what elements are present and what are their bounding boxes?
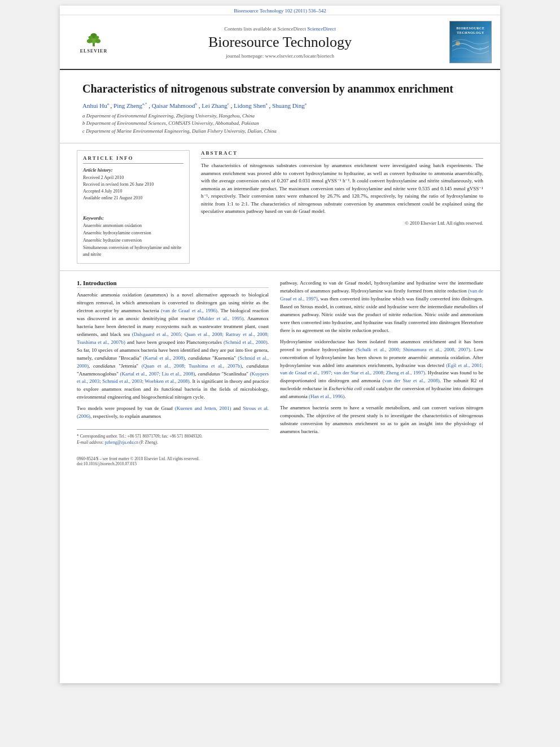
journal-homepage: journal homepage: www.elsevier.com/locat… [119,53,441,59]
svg-point-2 [87,39,92,43]
cite-mulder1995: (Mulder et al., 1995) [198,316,244,321]
article-header: Characteristics of nitrogenous substrate… [60,70,500,143]
cite-schmid2000: (Schmid et al., 2000) [224,339,268,345]
cite-quan2008: (Quan et al., 2008; Tsushima et al., 200… [142,363,242,369]
article-title: Characteristics of nitrogenous substrate… [82,81,478,96]
svg-point-6 [95,36,99,39]
elsevier-label: ELSEVIER [80,49,107,54]
cite-han1996: (Han et al., 1996) [309,394,344,399]
cite-kuenen2001: (Kuenen and Jetten, 2001) [175,405,231,411]
journal-title-area: Contents lists available at ScienceDirec… [119,26,441,59]
affiliation-c: c Department of Marine Environmental Eng… [82,128,478,136]
journal-title: Bioresource Technology [119,34,441,51]
right-para-2: Hydroxylamine oxidoreductase has been is… [280,338,483,401]
intro-heading: 1. Introduction [77,279,269,288]
main-body: 1. Introduction Anaerobic ammonia oxidat… [60,271,500,472]
journal-cover-text: BIORESOURCE TECHNOLOGY [457,27,485,36]
author-shuang: Shuang Ding [272,102,305,109]
keyword-3: Anaerobic hydrazine conversion [83,237,183,244]
email-note: E-mail address: pzheng@zju.edu.cn (P. Zh… [77,439,269,445]
svg-point-5 [89,36,93,39]
keywords-title: Keywords: [83,215,183,221]
authors-line: Anhui Hua , Ping Zhenga,* , Qaisar Mahmo… [82,102,478,109]
svg-point-3 [95,39,100,43]
elsevier-tree-icon [82,30,105,47]
cite-vanderstar2008: (van der Star et al., 2008) [383,378,440,383]
left-column: 1. Introduction Anaerobic ammonia oxidat… [77,279,269,466]
cite-vandegraaf1997: (van de Graaf et al., 1997) [280,288,483,302]
cite-vandegraaaf1996: (van de Graaf et al., 1996) [161,308,217,313]
cite-egil2001: (Egil et al., 2001; van de Graaf et al.,… [280,362,483,376]
svg-point-8 [456,41,460,46]
contents-line: Contents lists available at ScienceDirec… [119,26,441,32]
journal-cover-area: BIORESOURCE TECHNOLOGY [441,21,492,63]
accepted-date: Accepted 4 July 2010 [83,188,183,195]
author-lidong: Lidong Shen [234,102,266,109]
article-info-heading: ARTICLE INFO [83,155,183,164]
author-anhui: Anhui Hu [82,102,107,109]
abstract-heading: ABSTRACT [201,150,483,159]
doi-line: doi:10.1016/j.biortech.2010.07.015 [77,461,269,466]
right-para-3: The anammox bacteria seem to have a vers… [280,404,483,436]
cover-decoration [452,35,489,58]
keywords-list: Anaerobic ammonium oxidation Anaerobic h… [83,222,183,259]
right-para-1: pathway. According to van de Graaf model… [280,279,483,335]
history-title: Article history: [83,167,183,173]
corresponding-note: * Corresponding author. Tel.: +86 571 86… [77,433,269,439]
article-info-abstract-section: ARTICLE INFO Article history: Received 2… [60,143,500,271]
issn-line: 0960-8524/$ – see front matter © 2010 El… [77,456,269,461]
article-info-box: ARTICLE INFO Article history: Received 2… [77,150,190,264]
affiliation-b: b Department of Environmental Sciences, … [82,120,478,128]
keyword-1: Anaerobic ammonium oxidation [83,222,183,230]
keyword-2: Anaerobic hydroxylamine conversion [83,230,183,237]
copyright-text: © 2010 Elsevier Ltd. All rights reserved… [201,220,483,226]
cite-kartal2008: (Kartal et al., 2008) [143,355,185,361]
abstract-text: The characteristics of nitrogenous subst… [201,162,483,216]
intro-para-1: Anaerobic ammonia oxidation (anammox) is… [77,291,269,401]
intro-para-2: Two models were proposed by van de Graaf… [77,405,269,421]
author-qaisar: Qaisar Mahmood [152,102,195,109]
abstract-section: ABSTRACT The characteristics of nitrogen… [201,150,483,264]
svg-point-9 [479,47,482,51]
email-link[interactable]: pzheng@zju.edu.cn [105,440,138,445]
cite-strous2006: Strous et al. (2006) [77,405,269,419]
journal-header: ELSEVIER Contents lists available at Sci… [60,15,500,70]
keyword-5: and nitrite [83,251,183,259]
keyword-4: Simultaneous conversion of hydroxylamine… [83,244,183,252]
journal-cover-image: BIORESOURCE TECHNOLOGY [449,21,492,63]
author-lei: Lei Zhang [202,102,228,109]
page: Bioresource Technology 102 (2011) 536–54… [60,6,500,683]
affiliations: a Department of Environmental Engineerin… [82,112,478,136]
cite-kartal2007: (Kartal et al., 2007; Liu et al., 2008) [120,371,195,377]
elsevier-logo-area: ELSEVIER [68,28,119,56]
sciencedirect-link[interactable]: ScienceDirect [307,26,335,32]
author-ping: Ping Zheng [113,102,142,109]
available-online-date: Available online 21 August 2010 [83,195,183,202]
footnote-area: * Corresponding author. Tel.: +86 571 86… [77,429,269,466]
cite-schalk2000: (Schalk et al., 2000; Shimamura et al., … [356,347,470,352]
journal-citation: Bioresource Technology 102 (2011) 536–54… [234,8,326,14]
right-column: pathway. According to van de Graaf model… [280,279,483,466]
received-revised-date: Received in revised form 26 June 2010 [83,181,183,188]
email-label: E-mail address: [77,440,104,445]
elsevier-logo: ELSEVIER [71,28,116,56]
received-date: Received 2 April 2010 [83,174,183,181]
journal-citation-bar: Bioresource Technology 102 (2011) 536–54… [60,6,500,15]
affiliation-a: a Department of Environmental Engineerin… [82,112,478,120]
